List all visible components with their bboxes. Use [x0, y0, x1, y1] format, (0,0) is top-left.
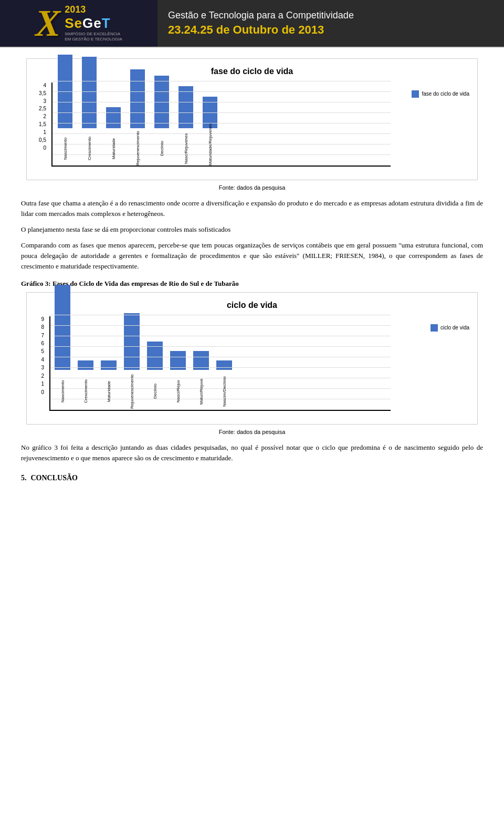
bar2-nascimento-label: Nascimento	[60, 373, 65, 410]
legend-box-2	[430, 324, 438, 332]
grid-line	[50, 325, 391, 326]
bar2-maturidade-rect	[101, 360, 117, 370]
grid-line	[52, 81, 391, 81]
main-content: fase do ciclo de vida 0 0,5 1 1,5 2 2,5 …	[0, 48, 504, 493]
bar2-nascim-declinio-rect	[216, 360, 232, 370]
bar-nascimento-label: Nascimento	[63, 131, 68, 166]
bar2-nasci-rejuv: Nasci/Rejuv	[170, 351, 186, 410]
grid-line	[52, 102, 391, 102]
grid-line	[50, 367, 391, 368]
grid-line	[52, 112, 391, 113]
chart2-yaxis: 0 1 2 3 4 5 6 7 8 9	[35, 316, 44, 411]
chart1-bars-wrapper: Nascimento Crescimento Maturidade Rejuve…	[51, 82, 391, 167]
chart2-legend-wrapper: ciclo de vida	[396, 316, 469, 332]
page-header: X 2013 SeGeT SIMPÓSIO DE EXCELÊNCIA EM G…	[0, 0, 504, 48]
bar-nasc-rejuv-rect	[178, 86, 193, 128]
bar-rejuvenescimento-rect	[130, 69, 145, 128]
bar-maturidade: Maturidade	[106, 107, 121, 166]
chart1-area: 0 0,5 1 1,5 2 2,5 3 3,5 4	[35, 82, 469, 167]
chart2-bars-area: Nascimento Crescimento Maturidade Rejuve…	[49, 316, 391, 411]
bar-rejuvenescimento-label: Rejuvenescimento	[135, 131, 140, 166]
chart2-caption: Gráfico 3: Fases do Ciclo de Vida das em…	[21, 280, 483, 288]
bar-declinio-label: Declínio	[160, 131, 164, 166]
bar2-rejuvenescimento: Rejuvenescimento	[124, 313, 140, 410]
paragraph-2: O planejamento nesta fase se dá em propo…	[21, 224, 483, 235]
bar2-crescimento-label: Crescimento	[83, 373, 88, 410]
header-date: 23.24.25 de Outubro de 2013	[168, 23, 324, 37]
logo-x-letter: X	[35, 4, 60, 42]
bar2-crescimento-rect	[78, 360, 93, 370]
legend-label-1: fase do ciclo de vida	[422, 91, 469, 97]
chart2-legend: ciclo de vida	[396, 324, 469, 332]
bar-crescimento-label: Crescimento	[87, 131, 92, 166]
grid-line	[50, 399, 391, 399]
logo-section: X 2013 SeGeT SIMPÓSIO DE EXCELÊNCIA EM G…	[0, 0, 158, 47]
section5-heading: 5. CONCLUSÃO	[21, 474, 483, 482]
grid-line	[50, 378, 391, 378]
logo-seget-text: SeGeT	[65, 15, 110, 32]
bar2-declinio: Declínio	[147, 342, 163, 410]
grid-line	[52, 144, 391, 144]
chart1-legend: fase do ciclo de vida	[396, 90, 469, 98]
chart1-legend-wrapper: fase do ciclo de vida	[396, 82, 469, 98]
chart1-source: Fonte: dados da pesquisa	[21, 184, 483, 191]
grid-line	[52, 154, 391, 155]
grid-line	[50, 346, 391, 347]
bar2-maturi-rejuve: Maturi/Rejuve	[193, 351, 209, 410]
grid-line	[52, 91, 391, 92]
chart1-container: fase do ciclo de vida 0 0,5 1 1,5 2 2,5 …	[26, 58, 478, 180]
bar2-rejuvenescimento-label: Rejuvenescimento	[130, 373, 134, 410]
bar2-crescimento: Crescimento	[78, 360, 93, 410]
bar2-nascim-declinio-label: Nascim/Declínio	[222, 373, 227, 410]
chart1-title: fase do ciclo de vida	[35, 67, 469, 76]
grid-line	[50, 388, 391, 389]
bar2-maturidade: Maturidade	[101, 360, 117, 410]
bar-maturidade-label: Maturidade	[111, 131, 116, 166]
bar2-maturi-rejuve-label: Maturi/Rejuve	[199, 373, 204, 410]
grid-line	[52, 123, 391, 123]
legend-label-2: ciclo de vida	[440, 325, 469, 330]
section5-title: CONCLUSÃO	[31, 474, 78, 482]
grid-line	[50, 357, 391, 357]
bar-declinio: Declínio	[154, 76, 169, 166]
grid-line	[50, 336, 391, 336]
bar-nascimento: Nascimento	[58, 55, 72, 166]
bar2-maturidade-label: Maturidade	[107, 373, 111, 410]
logo-seget-info: 2013 SeGeT SIMPÓSIO DE EXCELÊNCIA EM GES…	[65, 4, 122, 43]
paragraph-4: No gráfico 3 foi feita a descrição junta…	[21, 442, 483, 463]
bar-maturidade-rect	[106, 107, 121, 128]
bar-maturi-rejuv-label: Maturidade/Rejuvenes	[208, 131, 213, 166]
paragraph-3: Comparando com as fases que menos aparec…	[21, 240, 483, 272]
chart1-yaxis: 0 0,5 1 1,5 2 2,5 3 3,5 4	[35, 82, 46, 167]
bar-nasc-rejuv-label: Nasc/Rejuvenes	[184, 131, 188, 166]
header-title: Gestão e Tecnologia para a Competitivida…	[168, 10, 354, 21]
chart2-title: ciclo de vida	[35, 301, 469, 310]
chart2-container: ciclo de vida 0 1 2 3 4 5 6 7 8 9	[26, 292, 478, 425]
legend-box-1	[412, 90, 419, 98]
bar2-rejuvenescimento-rect	[124, 313, 140, 370]
bar-nasc-rejuv: Nasc/Rejuvenes	[178, 86, 193, 166]
logo-year: 2013	[65, 4, 86, 15]
chart1-bars-area: Nascimento Crescimento Maturidade Rejuve…	[51, 82, 391, 167]
bar2-nasci-rejuv-label: Nasci/Rejuv	[176, 373, 181, 410]
section5-number: 5.	[21, 474, 27, 482]
bar-maturi-rejuv: Maturidade/Rejuvenes	[203, 97, 217, 166]
bar2-declinio-label: Declínio	[153, 373, 158, 410]
bar-crescimento-rect	[82, 57, 97, 128]
header-info: Gestão e Tecnologia para a Competitivida…	[158, 0, 504, 47]
bar-crescimento: Crescimento	[82, 57, 97, 166]
bar2-nascimento: Nascimento	[55, 285, 70, 410]
logo-subtitle: SIMPÓSIO DE EXCELÊNCIA EM GESTÃO E TECNO…	[65, 32, 122, 43]
bar2-nascim-declinio: Nascim/Declínio	[216, 360, 232, 410]
grid-line	[52, 133, 391, 134]
paragraph-1: Outra fase que chama a atenção é a do re…	[21, 198, 483, 219]
bar-rejuvenescimento: Rejuvenescimento	[130, 69, 145, 166]
chart2-source: Fonte: dados da pesquisa	[21, 429, 483, 435]
grid-line	[50, 315, 391, 315]
chart2-bars-wrapper: Nascimento Crescimento Maturidade Rejuve…	[49, 316, 391, 411]
chart2-area: 0 1 2 3 4 5 6 7 8 9	[35, 316, 469, 411]
